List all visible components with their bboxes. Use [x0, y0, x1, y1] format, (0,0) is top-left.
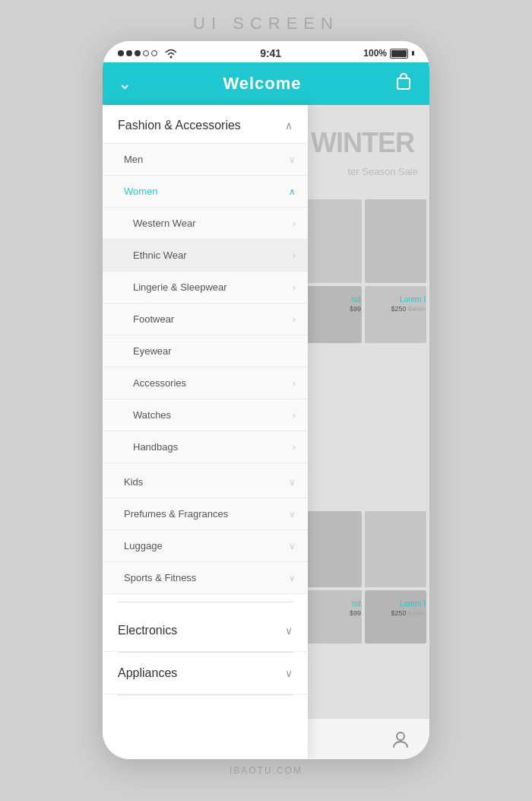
- menu-item-lingerie-label: Lingerie & Sleepwear: [133, 281, 227, 293]
- bg-product-box-5: [299, 511, 362, 587]
- signal-dot-5: [151, 50, 157, 56]
- menu-item-sports[interactable]: Sports & Fitness ∨: [103, 562, 308, 594]
- svg-rect-0: [397, 78, 410, 89]
- status-time: 9:41: [260, 47, 281, 59]
- menu-item-luggage-label: Luggage: [124, 540, 163, 551]
- signal-dot-1: [118, 50, 124, 56]
- drawer-divider-1: [118, 602, 293, 602]
- bg-price-label-2: Lorem I: [400, 599, 426, 608]
- menu-item-footwear-chevron: ›: [293, 314, 296, 325]
- menu-item-accessories-label: Accessories: [133, 377, 186, 389]
- menu-item-western-wear[interactable]: Western Wear ›: [103, 208, 308, 240]
- menu-item-men-chevron: ∨: [289, 154, 296, 165]
- bg-product-box-7: [299, 590, 362, 644]
- bag-icon[interactable]: [393, 71, 414, 97]
- menu-item-ethnic-wear-chevron: ›: [293, 250, 296, 261]
- header: ⌄ Welcome: [103, 62, 429, 105]
- fashion-chevron-up: ∧: [285, 119, 293, 132]
- bg-product-box-1: [299, 199, 362, 283]
- bg-price-visit-2: $99: [350, 609, 361, 617]
- bg-product-box-8: [365, 590, 427, 644]
- menu-item-handbags-chevron: ›: [293, 442, 296, 453]
- header-title: Welcome: [223, 74, 301, 94]
- svg-point-1: [397, 733, 404, 740]
- menu-item-kids-label: Kids: [124, 476, 143, 488]
- fashion-section-header[interactable]: Fashion & Accessories ∧: [103, 105, 308, 144]
- menu-item-eyewear[interactable]: Eyewear: [103, 335, 308, 367]
- bg-price-label-1: Lorem I: [400, 295, 426, 304]
- menu-item-accessories-chevron: ›: [293, 378, 296, 389]
- bg-product-box-6: [365, 511, 427, 587]
- menu-item-women[interactable]: Women ∧: [103, 176, 308, 208]
- battery-cap: [412, 51, 414, 56]
- menu-item-ethnic-wear[interactable]: Ethnic Wear ›: [103, 240, 308, 272]
- bg-price-2: $250 $499-: [391, 609, 426, 617]
- menu-item-sports-chevron: ∨: [289, 573, 296, 583]
- menu-item-watches-chevron: ›: [293, 410, 296, 421]
- menu-item-perfumes-label: Prefumes & Fragrances: [124, 508, 228, 520]
- electronics-label: Electronics: [118, 624, 177, 637]
- ui-screen-label: UI SCREEN: [193, 14, 339, 33]
- drawer: Fashion & Accessories ∧ Men ∨ Women ∧ We…: [103, 105, 308, 759]
- menu-item-kids[interactable]: Kids ∨: [103, 466, 308, 498]
- menu-item-sports-label: Sports & Fitness: [124, 572, 196, 583]
- bg-price-1: $250 $499-: [391, 305, 426, 313]
- bg-label-visit-2: isit: [352, 599, 361, 608]
- menu-item-watches[interactable]: Watches ›: [103, 399, 308, 431]
- menu-item-footwear-label: Footwear: [133, 313, 174, 325]
- bg-winter-title: WINTER: [311, 128, 414, 158]
- main-content: WINTER ter Season Sale Lorem I $250 $499…: [103, 105, 429, 759]
- battery-percent: 100%: [363, 48, 387, 59]
- menu-item-western-wear-chevron: ›: [293, 218, 296, 229]
- phone-frame: 9:41 100% ⌄ Welcome WINTER ter Season Sa…: [103, 41, 429, 759]
- header-chevron-down[interactable]: ⌄: [118, 74, 131, 94]
- electronics-section[interactable]: Electronics ∨: [103, 610, 308, 652]
- menu-item-lingerie-chevron: ›: [293, 282, 296, 293]
- menu-item-handbags-label: Handbags: [133, 441, 178, 453]
- drawer-divider-3: [118, 695, 293, 695]
- menu-item-luggage[interactable]: Luggage ∨: [103, 530, 308, 562]
- fashion-section-title: Fashion & Accessories: [118, 119, 241, 132]
- bg-label-visit: isit: [352, 295, 361, 304]
- menu-item-eyewear-label: Eyewear: [133, 345, 172, 357]
- menu-item-footwear[interactable]: Footwear ›: [103, 304, 308, 335]
- signal-dot-3: [135, 50, 141, 56]
- wifi-icon: [164, 48, 178, 59]
- fashion-sub-list: Men ∨ Women ∧ Western Wear › Ethnic Wear…: [103, 144, 308, 594]
- appliances-label: Appliances: [118, 666, 177, 680]
- status-bar: 9:41 100%: [103, 41, 429, 62]
- menu-item-perfumes-chevron: ∨: [289, 509, 296, 520]
- menu-item-lingerie[interactable]: Lingerie & Sleepwear ›: [103, 272, 308, 304]
- menu-item-handbags[interactable]: Handbags ›: [103, 431, 308, 463]
- bg-price-visit: $99: [350, 305, 361, 313]
- signal-dot-2: [126, 50, 132, 56]
- menu-item-ethnic-wear-label: Ethnic Wear: [133, 250, 187, 261]
- signal-dot-4: [143, 50, 149, 56]
- menu-item-western-wear-label: Western Wear: [133, 218, 196, 229]
- menu-item-women-label: Women: [124, 186, 158, 197]
- footer-label: IBAOTU.COM: [230, 765, 302, 776]
- bg-product-box-2: [365, 199, 427, 283]
- battery-icon: [390, 49, 408, 59]
- profile-icon: [390, 729, 411, 750]
- menu-item-men[interactable]: Men ∨: [103, 144, 308, 176]
- appliances-section[interactable]: Appliances ∨: [103, 653, 308, 695]
- appliances-chevron: ∨: [285, 667, 293, 679]
- menu-item-watches-label: Watches: [133, 409, 171, 421]
- bg-winter-sub: ter Season Sale: [347, 166, 418, 177]
- menu-item-luggage-chevron: ∨: [289, 541, 296, 551]
- menu-item-men-label: Men: [124, 154, 143, 165]
- menu-item-perfumes[interactable]: Prefumes & Fragrances ∨: [103, 498, 308, 530]
- menu-item-accessories[interactable]: Accessories ›: [103, 367, 308, 399]
- electronics-chevron: ∨: [285, 625, 293, 637]
- menu-item-women-chevron: ∧: [289, 186, 296, 197]
- menu-item-kids-chevron: ∨: [289, 477, 296, 488]
